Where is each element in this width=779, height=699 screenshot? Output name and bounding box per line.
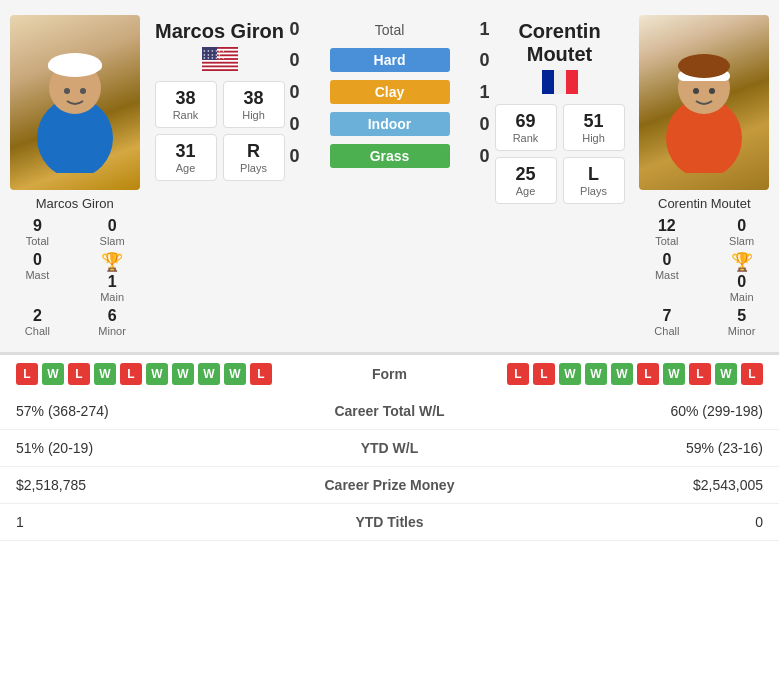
form-badge-left: W [42, 363, 64, 385]
form-badge-right: L [741, 363, 763, 385]
svg-rect-18 [554, 70, 566, 94]
clay-btn: Clay [330, 80, 450, 104]
stats-row: 1YTD Titles0 [0, 504, 779, 541]
stats-row: $2,518,785Career Prize Money$2,543,005 [0, 467, 779, 504]
stat-left: $2,518,785 [0, 467, 273, 504]
player-name-header-left: Marcos Giron [155, 20, 284, 43]
form-badge-right: L [507, 363, 529, 385]
form-badge-left: W [224, 363, 246, 385]
clay-row: 0 Clay 1 [280, 80, 500, 104]
form-section: LWLWLWWWWL Form LLWWWLWLWL [0, 354, 779, 393]
svg-rect-3 [48, 61, 102, 71]
score-hard-left: 0 [280, 50, 310, 71]
stat-minor-right: 5 Minor [709, 307, 774, 337]
flag-container-right [542, 70, 578, 94]
hard-btn: Hard [330, 48, 450, 72]
stat-slam-right: 0 Slam [709, 217, 774, 247]
stat-left: 57% (368-274) [0, 393, 273, 430]
indoor-row: 0 Indoor 0 [280, 112, 500, 136]
rank-boxes-right: 69 Rank 51 High 25 Age L Plays [495, 104, 625, 204]
indoor-btn: Indoor [330, 112, 450, 136]
form-badge-right: W [715, 363, 737, 385]
total-row: 0 Total 1 [280, 19, 500, 40]
middle-section-left: Marcos Giron ★ ★ ★ ★ ★ ★ ★ ★ ★ ★ ★ ★ ★ ★… [150, 10, 290, 342]
fr-flag [542, 70, 578, 94]
player-stats-right: 12 Total 0 Slam 0 Mast 🏆 0 Main 7 [635, 217, 775, 337]
form-badges-left: LWLWLWWWWL [16, 363, 272, 385]
player-stats-left: 9 Total 0 Slam 0 Mast 🏆 1 Main 2 [5, 217, 145, 337]
form-badge-left: W [172, 363, 194, 385]
form-badge-left: W [198, 363, 220, 385]
stat-right: $2,543,005 [506, 467, 779, 504]
form-badge-right: L [689, 363, 711, 385]
form-badge-right: L [533, 363, 555, 385]
svg-point-24 [693, 88, 699, 94]
main-container: Marcos Giron 9 Total 0 Slam 0 Mast 🏆 1 [0, 0, 779, 541]
form-badge-left: W [146, 363, 168, 385]
stat-center-label: Career Prize Money [273, 467, 507, 504]
stat-main-left: 🏆 1 Main [80, 251, 145, 303]
rank-box-high-left: 38 High [223, 81, 285, 128]
svg-point-4 [64, 88, 70, 94]
svg-rect-19 [566, 70, 578, 94]
stat-right: 0 [506, 504, 779, 541]
middle-section-right: Corentin Moutet 69 Rank 51 High [490, 10, 630, 342]
hard-row: 0 Hard 0 [280, 48, 500, 72]
player-photo-right [639, 15, 769, 190]
form-badge-right: W [611, 363, 633, 385]
stat-mast-right: 0 Mast [635, 251, 700, 303]
stats-row: 57% (368-274)Career Total W/L60% (299-19… [0, 393, 779, 430]
trophy-icon-right: 🏆 [731, 251, 753, 273]
rank-box-rank-right: 69 Rank [495, 104, 557, 151]
rank-box-age-left: 31 Age [155, 134, 217, 181]
stat-total-left: 9 Total [5, 217, 70, 247]
svg-text:★ ★ ★ ★ ★ ★: ★ ★ ★ ★ ★ ★ [203, 56, 225, 60]
form-badge-left: W [94, 363, 116, 385]
stats-row: 51% (20-19)YTD W/L59% (23-16) [0, 430, 779, 467]
rank-box-plays-right: L Plays [563, 157, 625, 204]
grass-btn: Grass [330, 144, 450, 168]
trophy-icon-left: 🏆 [101, 251, 123, 273]
rank-boxes-left: 38 Rank 38 High 31 Age R Plays [155, 81, 285, 181]
form-badge-right: W [663, 363, 685, 385]
rank-box-age-right: 25 Age [495, 157, 557, 204]
flag-container-left: ★ ★ ★ ★ ★ ★ ★ ★ ★ ★ ★ ★ ★ ★ ★ ★ ★ [202, 47, 238, 71]
form-badge-right: W [559, 363, 581, 385]
rank-box-rank-left: 38 Rank [155, 81, 217, 128]
total-label: Total [330, 22, 450, 38]
rank-box-plays-left: R Plays [223, 134, 285, 181]
player-right: Corentin Moutet 12 Total 0 Slam 0 Mast 🏆… [630, 10, 780, 342]
form-badge-left: L [68, 363, 90, 385]
player-name-right: Corentin Moutet [658, 196, 751, 211]
svg-point-25 [709, 88, 715, 94]
svg-rect-17 [542, 70, 554, 94]
stat-chall-left: 2 Chall [5, 307, 70, 337]
form-badge-right: W [585, 363, 607, 385]
score-grass-left: 0 [280, 146, 310, 167]
score-indoor-left: 0 [280, 114, 310, 135]
stat-center-label: Career Total W/L [273, 393, 507, 430]
stat-chall-right: 7 Chall [635, 307, 700, 337]
form-badges-right: LLWWWLWLWL [507, 363, 763, 385]
center-col: 0 Total 1 0 Hard 0 0 Clay 1 0 Indoor 0 [290, 10, 490, 342]
stat-right: 60% (299-198) [506, 393, 779, 430]
player-name-header-right: Corentin Moutet [495, 20, 625, 66]
stat-center-label: YTD Titles [273, 504, 507, 541]
svg-point-5 [80, 88, 86, 94]
player-photo-left [10, 15, 140, 190]
us-flag: ★ ★ ★ ★ ★ ★ ★ ★ ★ ★ ★ ★ ★ ★ ★ ★ ★ [202, 47, 238, 71]
stats-table: 57% (368-274)Career Total W/L60% (299-19… [0, 393, 779, 541]
svg-rect-11 [202, 64, 238, 66]
svg-point-23 [678, 54, 730, 78]
stat-right: 59% (23-16) [506, 430, 779, 467]
form-badge-left: L [120, 363, 142, 385]
svg-rect-10 [202, 60, 238, 62]
top-section: Marcos Giron 9 Total 0 Slam 0 Mast 🏆 1 [0, 0, 779, 354]
stat-left: 51% (20-19) [0, 430, 273, 467]
form-badge-right: L [637, 363, 659, 385]
form-badge-left: L [250, 363, 272, 385]
stat-center-label: YTD W/L [273, 430, 507, 467]
stat-slam-left: 0 Slam [80, 217, 145, 247]
form-label: Form [372, 366, 407, 382]
score-clay-left: 0 [280, 82, 310, 103]
